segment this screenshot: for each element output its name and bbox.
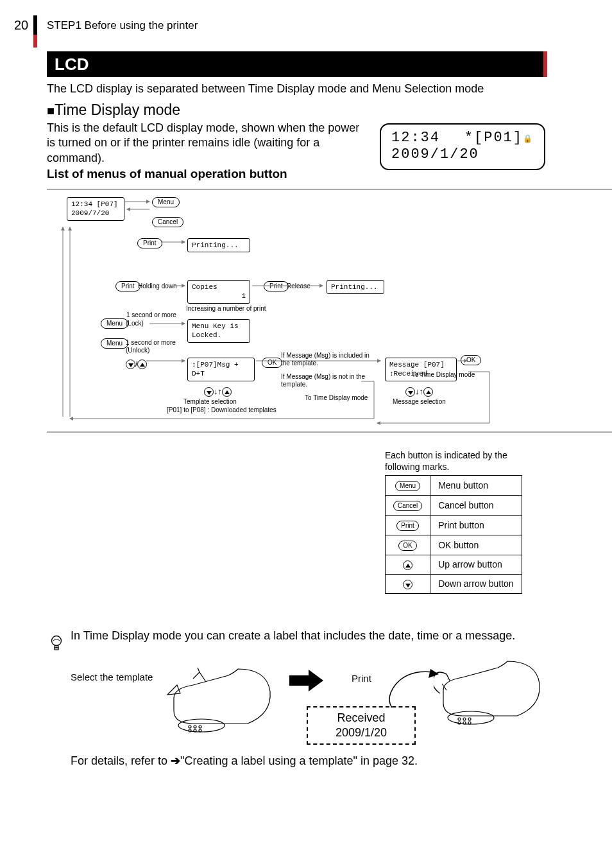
table-row: PrintPrint button: [386, 516, 522, 535]
svg-point-30: [468, 718, 471, 720]
header-separator: [33, 15, 37, 35]
printer-illustration-1: [164, 663, 276, 736]
legend-table: MenuMenu button CancelCancel button Prin…: [385, 475, 522, 594]
svg-point-26: [199, 729, 201, 732]
lcd-time: 12:34: [391, 130, 440, 146]
legend-label: Print button: [430, 516, 522, 535]
chapter-title: STEP1 Before using the printer: [47, 19, 198, 32]
print-label: Print: [352, 673, 371, 684]
svg-point-33: [468, 722, 471, 724]
footer-pre: For details, refer to: [71, 754, 171, 767]
table-row: Down arrow button: [386, 574, 522, 593]
legend-label: Down arrow button: [430, 574, 522, 593]
menu-icon: Menu: [395, 481, 420, 491]
right-arrow-icon: [286, 668, 325, 693]
diagram-bottom-border: [47, 189, 612, 433]
subsection-title: Time Display mode: [55, 101, 180, 118]
svg-point-31: [458, 722, 461, 724]
select-template-label: Select the template: [71, 672, 153, 682]
legend-label: Cancel button: [430, 496, 522, 516]
square-bullet: ■: [47, 103, 55, 117]
time-mode-description: This is the default LCD display mode, sh…: [47, 121, 371, 166]
ok-icon: OK: [398, 541, 416, 551]
lightbulb-icon: [50, 635, 63, 657]
received-l2: 2009/1/20: [308, 725, 414, 740]
tip-text: In Time Display mode you can create a la…: [71, 629, 532, 643]
lcd-display-example: 12:34 *[P01]🔒 2009/1/20: [380, 123, 545, 170]
svg-point-22: [194, 725, 196, 728]
list-heading: List of menus of manual operation button: [47, 167, 287, 181]
svg-point-23: [199, 725, 201, 728]
legend-label: OK button: [430, 535, 522, 555]
cancel-icon: Cancel: [393, 501, 422, 511]
legend-label: Menu button: [430, 476, 522, 496]
svg-point-28: [458, 718, 461, 720]
subsection-heading: ■Time Display mode: [47, 101, 180, 119]
header-accent: [33, 35, 37, 48]
print-icon: Print: [396, 521, 419, 531]
table-row: CancelCancel button: [386, 496, 522, 516]
table-row: Up arrow button: [386, 555, 522, 575]
down-arrow-icon: [403, 580, 412, 589]
lock-icon: 🔒: [523, 135, 534, 144]
received-label-box: Received 2009/1/20: [307, 706, 416, 745]
svg-point-21: [189, 725, 191, 728]
svg-point-17: [52, 636, 62, 646]
footer-text: For details, refer to ➔"Creating a label…: [71, 754, 418, 768]
received-l1: Received: [308, 711, 414, 725]
svg-point-25: [194, 729, 196, 732]
section-intro: The LCD display is separated between Tim…: [47, 82, 534, 96]
footer-link: "Creating a label using a template" in p…: [180, 754, 418, 767]
lcd-date: 2009/1/20: [391, 146, 534, 163]
svg-point-32: [463, 722, 466, 724]
up-arrow-icon: [403, 560, 412, 570]
table-row: OKOK button: [386, 535, 522, 555]
svg-rect-19: [55, 648, 58, 650]
svg-point-29: [463, 718, 466, 720]
right-arrow-icon: ➔: [171, 754, 180, 767]
legend-label: Up arrow button: [430, 555, 522, 575]
legend-intro: Each button is indicated by the followin…: [385, 449, 513, 473]
printer-illustration-2: [434, 655, 546, 732]
section-title: LCD: [47, 51, 547, 77]
page-number: 20: [14, 18, 28, 33]
table-row: MenuMenu button: [386, 476, 522, 496]
lcd-slot: *[P01]: [464, 130, 523, 146]
